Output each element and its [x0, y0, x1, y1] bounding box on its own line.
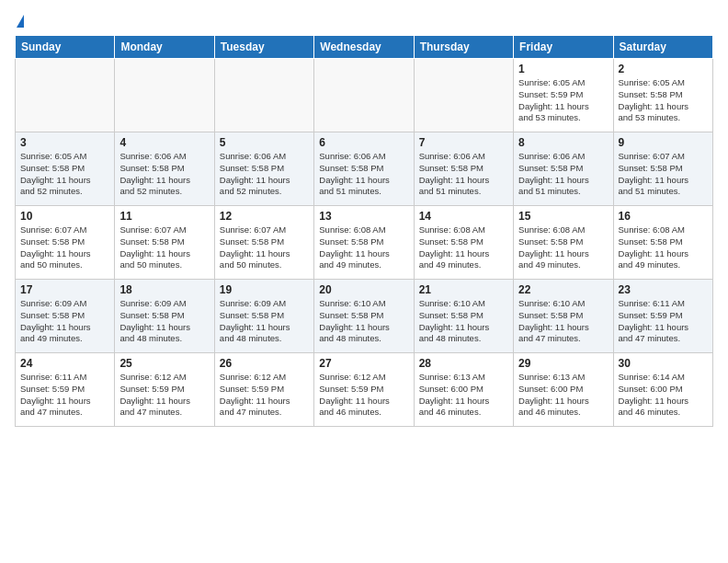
day-number: 1 [518, 63, 608, 75]
day-info: Sunrise: 6:10 AM Sunset: 5:58 PM Dayligh… [518, 298, 608, 345]
calendar-cell: 8Sunrise: 6:06 AM Sunset: 5:58 PM Daylig… [514, 132, 613, 206]
logo-triangle-icon [17, 15, 24, 28]
calendar-cell: 21Sunrise: 6:10 AM Sunset: 5:58 PM Dayli… [414, 280, 513, 353]
calendar-cell: 6Sunrise: 6:06 AM Sunset: 5:58 PM Daylig… [314, 132, 414, 206]
calendar-cell: 30Sunrise: 6:14 AM Sunset: 6:00 PM Dayli… [613, 353, 712, 427]
day-number: 30 [619, 357, 708, 370]
day-number: 14 [419, 210, 508, 223]
day-info: Sunrise: 6:13 AM Sunset: 6:00 PM Dayligh… [419, 372, 508, 419]
day-number: 13 [319, 210, 408, 223]
day-number: 10 [20, 210, 109, 223]
day-info: Sunrise: 6:13 AM Sunset: 6:00 PM Dayligh… [518, 372, 608, 419]
calendar-cell: 29Sunrise: 6:13 AM Sunset: 6:00 PM Dayli… [514, 353, 613, 427]
weekday-header-tuesday: Tuesday [214, 36, 313, 59]
calendar-header: SundayMondayTuesdayWednesdayThursdayFrid… [16, 36, 713, 59]
calendar-cell: 15Sunrise: 6:08 AM Sunset: 5:58 PM Dayli… [514, 206, 613, 280]
calendar-cell [115, 59, 214, 132]
day-number: 18 [119, 283, 209, 296]
calendar-week-row: 10Sunrise: 6:07 AM Sunset: 5:58 PM Dayli… [16, 206, 713, 280]
day-number: 15 [518, 210, 608, 223]
calendar-cell: 2Sunrise: 6:05 AM Sunset: 5:58 PM Daylig… [613, 59, 712, 132]
day-info: Sunrise: 6:08 AM Sunset: 5:58 PM Dayligh… [518, 224, 608, 271]
day-info: Sunrise: 6:06 AM Sunset: 5:58 PM Dayligh… [119, 151, 209, 198]
calendar-week-row: 17Sunrise: 6:09 AM Sunset: 5:58 PM Dayli… [16, 280, 713, 353]
calendar-cell: 7Sunrise: 6:06 AM Sunset: 5:58 PM Daylig… [414, 132, 513, 206]
day-number: 20 [319, 283, 408, 296]
day-number: 27 [319, 357, 408, 370]
day-info: Sunrise: 6:05 AM Sunset: 5:58 PM Dayligh… [20, 151, 109, 198]
calendar-cell: 9Sunrise: 6:07 AM Sunset: 5:58 PM Daylig… [613, 132, 712, 206]
day-info: Sunrise: 6:07 AM Sunset: 5:58 PM Dayligh… [619, 151, 708, 198]
day-info: Sunrise: 6:05 AM Sunset: 5:58 PM Dayligh… [619, 77, 708, 124]
day-number: 21 [419, 283, 508, 296]
day-info: Sunrise: 6:10 AM Sunset: 5:58 PM Dayligh… [319, 298, 408, 345]
calendar-cell: 26Sunrise: 6:12 AM Sunset: 5:59 PM Dayli… [214, 353, 313, 427]
calendar-cell: 12Sunrise: 6:07 AM Sunset: 5:58 PM Dayli… [214, 206, 313, 280]
calendar-cell: 13Sunrise: 6:08 AM Sunset: 5:58 PM Dayli… [314, 206, 414, 280]
calendar-cell: 17Sunrise: 6:09 AM Sunset: 5:58 PM Dayli… [16, 280, 115, 353]
calendar-cell [16, 59, 115, 132]
day-info: Sunrise: 6:12 AM Sunset: 5:59 PM Dayligh… [319, 372, 408, 419]
day-number: 23 [619, 283, 708, 296]
day-info: Sunrise: 6:09 AM Sunset: 5:58 PM Dayligh… [119, 298, 209, 345]
day-info: Sunrise: 6:06 AM Sunset: 5:58 PM Dayligh… [518, 151, 608, 198]
calendar-week-row: 1Sunrise: 6:05 AM Sunset: 5:59 PM Daylig… [16, 59, 713, 132]
calendar-cell: 14Sunrise: 6:08 AM Sunset: 5:58 PM Dayli… [414, 206, 513, 280]
day-number: 2 [619, 63, 708, 75]
day-info: Sunrise: 6:06 AM Sunset: 5:58 PM Dayligh… [419, 151, 508, 198]
day-number: 25 [119, 357, 209, 370]
calendar-cell: 23Sunrise: 6:11 AM Sunset: 5:59 PM Dayli… [613, 280, 712, 353]
day-info: Sunrise: 6:14 AM Sunset: 6:00 PM Dayligh… [619, 372, 708, 419]
calendar-cell [214, 59, 313, 132]
day-info: Sunrise: 6:08 AM Sunset: 5:58 PM Dayligh… [319, 224, 408, 271]
day-info: Sunrise: 6:06 AM Sunset: 5:58 PM Dayligh… [319, 151, 408, 198]
day-info: Sunrise: 6:11 AM Sunset: 5:59 PM Dayligh… [20, 372, 109, 419]
day-info: Sunrise: 6:07 AM Sunset: 5:58 PM Dayligh… [20, 224, 109, 271]
calendar-week-row: 3Sunrise: 6:05 AM Sunset: 5:58 PM Daylig… [16, 132, 713, 206]
day-info: Sunrise: 6:05 AM Sunset: 5:59 PM Dayligh… [518, 77, 608, 124]
calendar-cell: 3Sunrise: 6:05 AM Sunset: 5:58 PM Daylig… [16, 132, 115, 206]
calendar-cell: 18Sunrise: 6:09 AM Sunset: 5:58 PM Dayli… [115, 280, 214, 353]
calendar-cell [314, 59, 414, 132]
calendar-cell: 27Sunrise: 6:12 AM Sunset: 5:59 PM Dayli… [314, 353, 414, 427]
calendar-week-row: 24Sunrise: 6:11 AM Sunset: 5:59 PM Dayli… [16, 353, 713, 427]
day-info: Sunrise: 6:08 AM Sunset: 5:58 PM Dayligh… [619, 224, 708, 271]
calendar-cell: 25Sunrise: 6:12 AM Sunset: 5:59 PM Dayli… [115, 353, 214, 427]
day-number: 6 [319, 136, 408, 149]
day-number: 29 [518, 357, 608, 370]
day-info: Sunrise: 6:12 AM Sunset: 5:59 PM Dayligh… [119, 372, 209, 419]
day-number: 17 [20, 283, 109, 296]
calendar-cell: 16Sunrise: 6:08 AM Sunset: 5:58 PM Dayli… [613, 206, 712, 280]
day-info: Sunrise: 6:07 AM Sunset: 5:58 PM Dayligh… [119, 224, 209, 271]
day-number: 26 [220, 357, 309, 370]
calendar-cell: 11Sunrise: 6:07 AM Sunset: 5:58 PM Dayli… [115, 206, 214, 280]
day-number: 22 [518, 283, 608, 296]
weekday-header-saturday: Saturday [613, 36, 712, 59]
day-number: 9 [619, 136, 708, 149]
day-number: 28 [419, 357, 508, 370]
day-info: Sunrise: 6:06 AM Sunset: 5:58 PM Dayligh… [220, 151, 309, 198]
day-info: Sunrise: 6:09 AM Sunset: 5:58 PM Dayligh… [220, 298, 309, 345]
calendar-cell: 19Sunrise: 6:09 AM Sunset: 5:58 PM Dayli… [214, 280, 313, 353]
day-info: Sunrise: 6:07 AM Sunset: 5:58 PM Dayligh… [220, 224, 309, 271]
day-number: 11 [119, 210, 209, 223]
calendar-cell: 20Sunrise: 6:10 AM Sunset: 5:58 PM Dayli… [314, 280, 414, 353]
weekday-header-wednesday: Wednesday [314, 36, 414, 59]
calendar-cell: 10Sunrise: 6:07 AM Sunset: 5:58 PM Dayli… [16, 206, 115, 280]
day-number: 8 [518, 136, 608, 149]
day-info: Sunrise: 6:09 AM Sunset: 5:58 PM Dayligh… [20, 298, 109, 345]
day-info: Sunrise: 6:12 AM Sunset: 5:59 PM Dayligh… [220, 372, 309, 419]
day-number: 4 [119, 136, 209, 149]
day-number: 19 [220, 283, 309, 296]
day-number: 24 [20, 357, 109, 370]
page-header [15, 15, 713, 28]
day-number: 5 [220, 136, 309, 149]
calendar-cell: 5Sunrise: 6:06 AM Sunset: 5:58 PM Daylig… [214, 132, 313, 206]
calendar-body: 1Sunrise: 6:05 AM Sunset: 5:59 PM Daylig… [16, 59, 713, 427]
calendar-cell: 28Sunrise: 6:13 AM Sunset: 6:00 PM Dayli… [414, 353, 513, 427]
weekday-header-thursday: Thursday [414, 36, 513, 59]
weekday-header-row: SundayMondayTuesdayWednesdayThursdayFrid… [16, 36, 713, 59]
day-info: Sunrise: 6:10 AM Sunset: 5:58 PM Dayligh… [419, 298, 508, 345]
day-number: 3 [20, 136, 109, 149]
weekday-header-friday: Friday [514, 36, 613, 59]
